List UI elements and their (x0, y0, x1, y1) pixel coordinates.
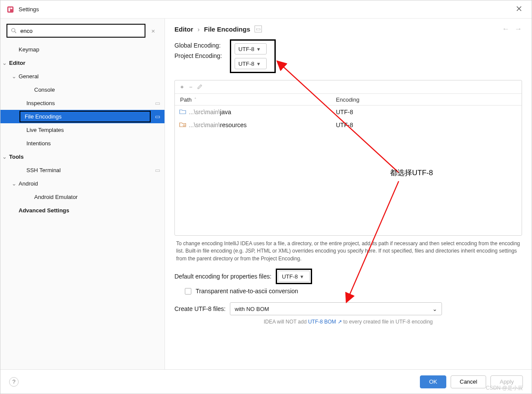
project-encoding-dropdown[interactable]: UTF-8 ▾ (235, 58, 267, 69)
tree-item-inspections[interactable]: Inspections▭ (0, 96, 164, 110)
watermark: CSDN @是小辰 (486, 384, 523, 392)
transparent-native-ascii-checkbox[interactable] (185, 288, 191, 295)
tree-item-general[interactable]: ⌄General (0, 70, 164, 83)
col-header-encoding[interactable]: Encoding (332, 96, 522, 103)
svg-point-3 (12, 29, 15, 32)
settings-tree: Keymap ⌄Editor ⌄General Console Inspecti… (0, 42, 164, 369)
caret-down-icon: ⌄ (432, 306, 437, 312)
help-description: To change encoding IntelliJ IDEA uses fo… (174, 236, 522, 265)
create-utf8-value: with NO BOM (235, 306, 269, 312)
caret-down-icon: ▾ (300, 273, 303, 280)
properties-encoding-dropdown[interactable]: UTF-8 ▾ (278, 271, 310, 282)
clear-search-button[interactable]: × (148, 27, 158, 35)
breadcrumb-file-encodings: File Encodings (204, 26, 250, 33)
close-button[interactable] (513, 3, 526, 16)
tree-item-android[interactable]: ⌄Android (0, 177, 164, 190)
tree-item-live-templates[interactable]: Live Templates (0, 123, 164, 137)
ok-button[interactable]: OK (420, 375, 446, 388)
global-encoding-dropdown[interactable]: UTF-8 ▾ (235, 43, 267, 54)
table-row[interactable]: ...\src\main\resources UTF-8 (175, 119, 522, 131)
create-utf8-dropdown[interactable]: with NO BOM ⌄ (230, 302, 442, 315)
create-utf8-label: Create UTF-8 files: (174, 305, 226, 312)
nav-back-icon[interactable]: ← (502, 25, 509, 33)
caret-down-icon: ▾ (257, 46, 260, 52)
col-header-path[interactable]: Path˄ (175, 96, 332, 103)
titlebar: Settings (0, 0, 532, 19)
breadcrumb: Editor › File Encodings ▭ ← → (174, 25, 522, 33)
bom-hint: IDEA will NOT add UTF-8 BOM ↗ to every c… (174, 319, 522, 325)
search-input-wrapper[interactable] (6, 24, 145, 38)
global-encoding-value: UTF-8 (239, 46, 255, 52)
tree-item-keymap[interactable]: Keymap (0, 43, 164, 56)
properties-encoding-value: UTF-8 (282, 273, 298, 280)
project-encoding-label: Project Encoding: (174, 52, 222, 59)
dialog-footer: ? OK Cancel Apply (0, 369, 532, 394)
chevron-down-icon: ⌄ (2, 60, 8, 66)
svg-line-4 (15, 32, 16, 33)
app-logo-icon (6, 6, 14, 13)
encoding-table-panel: ＋ − Path˄ Encoding (174, 80, 522, 236)
table-row[interactable]: ...\src\main\java UTF-8 (175, 106, 522, 119)
tree-item-advanced-settings[interactable]: Advanced Settings (0, 204, 164, 217)
tree-item-tools[interactable]: ⌄Tools (0, 150, 164, 163)
module-icon: ▭ (155, 113, 160, 120)
search-icon (11, 28, 17, 34)
tree-item-android-emulator[interactable]: Android Emulator (0, 190, 164, 204)
remove-button[interactable]: − (189, 84, 193, 90)
folder-icon (179, 109, 186, 116)
search-input[interactable] (19, 27, 141, 35)
svg-rect-2 (10, 7, 13, 9)
project-encoding-value: UTF-8 (239, 61, 255, 67)
svg-rect-1 (9, 7, 10, 11)
caret-down-icon: ▾ (257, 61, 260, 67)
module-icon: ▭ (155, 167, 160, 173)
cancel-button[interactable]: Cancel (451, 375, 486, 388)
svg-rect-0 (7, 6, 13, 12)
chevron-right-icon: › (197, 26, 200, 33)
chevron-down-icon: ⌄ (12, 180, 18, 187)
window-title: Settings (19, 6, 39, 13)
main-panel: Editor › File Encodings ▭ ← → Global Enc… (165, 19, 532, 369)
breadcrumb-editor[interactable]: Editor (174, 26, 193, 33)
edit-button[interactable] (197, 83, 203, 91)
tree-item-intentions[interactable]: Intentions (0, 137, 164, 150)
chevron-down-icon: ⌄ (2, 154, 8, 160)
properties-encoding-label: Default encoding for properties files: (174, 273, 271, 280)
help-button[interactable]: ? (9, 377, 19, 387)
nav-forward-icon[interactable]: → (515, 25, 522, 33)
svg-point-5 (183, 125, 185, 126)
tree-item-console[interactable]: Console (0, 83, 164, 96)
global-encoding-label: Global Encoding: (174, 42, 222, 49)
chevron-down-icon: ⌄ (12, 73, 18, 80)
tree-item-editor[interactable]: ⌄Editor (0, 56, 164, 70)
module-icon: ▭ (155, 100, 160, 106)
tree-item-ssh-terminal[interactable]: SSH Terminal▭ (0, 163, 164, 177)
add-button[interactable]: ＋ (179, 83, 185, 91)
sort-asc-icon: ˄ (194, 97, 197, 102)
tree-item-file-encodings[interactable]: File Encodings ▭ (0, 110, 164, 123)
utf8-bom-link[interactable]: UTF-8 BOM ↗ (308, 319, 342, 325)
transparent-native-ascii-label: Transparent native-to-ascii conversion (196, 288, 298, 295)
resources-folder-icon (179, 122, 186, 129)
settings-sidebar: × Keymap ⌄Editor ⌄General Console Inspec… (0, 19, 165, 369)
project-scope-icon: ▭ (255, 26, 262, 32)
